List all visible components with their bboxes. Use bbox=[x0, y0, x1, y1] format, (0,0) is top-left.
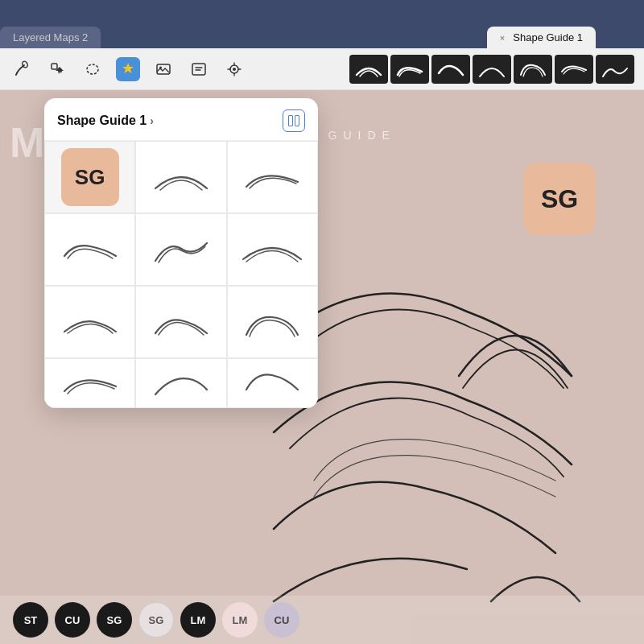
grid-cell-brow-s[interactable] bbox=[135, 213, 226, 286]
columns-icon[interactable] bbox=[283, 109, 305, 132]
grid-cell-brow-partial1[interactable] bbox=[44, 358, 135, 408]
tab-shape-guide[interactable]: × Shape Guide 1 bbox=[487, 27, 596, 48]
grid-cell-brow-mid[interactable] bbox=[135, 286, 226, 358]
svg-rect-1 bbox=[52, 64, 57, 69]
panel-title: Shape Guide 1 › bbox=[57, 114, 154, 128]
shape-thumb-7[interactable] bbox=[596, 55, 634, 84]
main-canvas: M SHAPE GUIDE SG bbox=[0, 90, 644, 644]
toolbar bbox=[0, 48, 644, 90]
grid-cell-brow-thin[interactable] bbox=[227, 141, 318, 213]
shape-thumb-1[interactable] bbox=[349, 55, 388, 84]
m-letter: M bbox=[10, 118, 44, 167]
dock-item-cu-purple[interactable]: CU bbox=[264, 602, 299, 638]
shape-thumb-3[interactable] bbox=[431, 55, 470, 84]
tab-close-icon[interactable]: × bbox=[500, 33, 505, 43]
star-icon[interactable] bbox=[116, 57, 140, 81]
shape-grid: SG bbox=[44, 141, 318, 408]
tab-layered-maps-label: Layered Maps 2 bbox=[13, 31, 88, 43]
svg-point-4 bbox=[159, 66, 162, 68]
selection-icon[interactable] bbox=[45, 57, 69, 81]
svg-point-7 bbox=[233, 68, 236, 71]
svg-point-2 bbox=[87, 64, 98, 74]
dock-item-st[interactable]: ST bbox=[13, 602, 48, 638]
top-bar: Layered Maps 2 × Shape Guide 1 bbox=[0, 0, 644, 48]
grid-cell-brow-high[interactable] bbox=[227, 286, 318, 358]
grid-cell-brow-flat[interactable] bbox=[44, 213, 135, 286]
tab-shape-guide-label: Shape Guide 1 bbox=[513, 31, 583, 43]
grid-cell-sg[interactable]: SG bbox=[44, 141, 135, 213]
sg-icon: SG bbox=[61, 148, 119, 206]
bottom-dock: ST CU SG SG LM LM CU bbox=[0, 596, 644, 644]
tab-layered-maps[interactable]: Layered Maps 2 bbox=[0, 27, 101, 48]
adjustments-icon[interactable] bbox=[222, 57, 246, 81]
dock-item-sg-light[interactable]: SG bbox=[138, 602, 174, 638]
panel-header: Shape Guide 1 › bbox=[44, 98, 318, 141]
shape-guide-panel: Shape Guide 1 › SG bbox=[44, 98, 318, 408]
shape-thumb-5[interactable] bbox=[514, 55, 552, 84]
dock-item-lm-dark[interactable]: LM bbox=[180, 602, 216, 638]
grid-cell-brow-low[interactable] bbox=[44, 286, 135, 358]
shape-thumb-4[interactable] bbox=[473, 55, 511, 84]
shape-thumb-2[interactable] bbox=[390, 55, 429, 84]
shape-thumb-6[interactable] bbox=[555, 55, 593, 84]
image-icon[interactable] bbox=[151, 57, 175, 81]
brush-icon[interactable] bbox=[10, 57, 34, 81]
toolbar-right bbox=[349, 55, 634, 84]
dock-item-sg-dark[interactable]: SG bbox=[97, 602, 132, 638]
text-icon[interactable] bbox=[187, 57, 211, 81]
panel-chevron-icon[interactable]: › bbox=[150, 114, 154, 127]
sg-badge-background: SG bbox=[523, 163, 596, 235]
toolbar-left bbox=[10, 57, 346, 81]
grid-cell-brow-partial2[interactable] bbox=[135, 358, 226, 408]
grid-cell-brow-arch[interactable] bbox=[135, 141, 226, 213]
grid-cell-brow-partial3[interactable] bbox=[227, 358, 318, 408]
dock-item-cu-1[interactable]: CU bbox=[55, 602, 90, 638]
dock-item-lm-pink[interactable]: LM bbox=[222, 602, 258, 638]
svg-rect-5 bbox=[192, 64, 205, 75]
grid-cell-brow-wide[interactable] bbox=[227, 213, 318, 286]
lasso-icon[interactable] bbox=[80, 57, 105, 81]
